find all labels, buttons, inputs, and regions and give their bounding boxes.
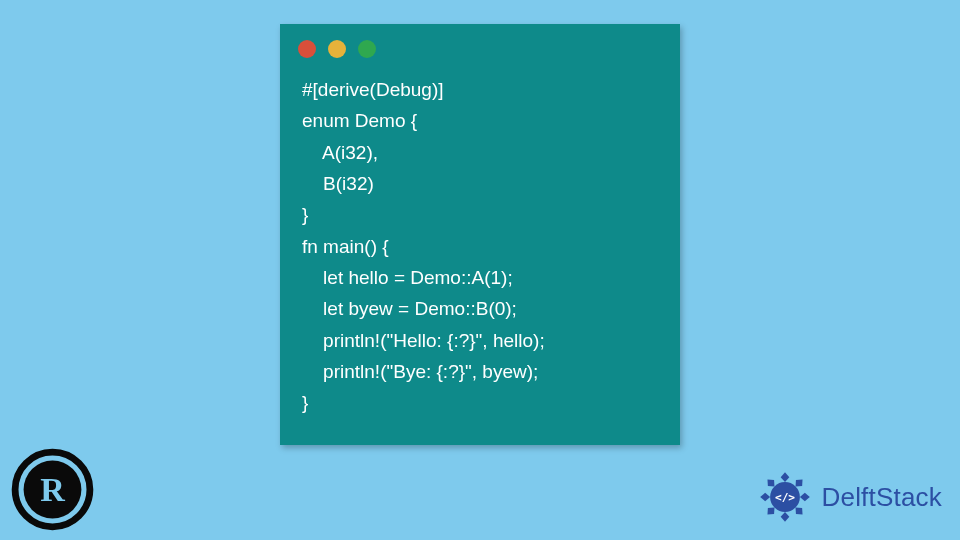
svg-point-5	[73, 516, 78, 521]
svg-point-25	[73, 458, 78, 463]
svg-point-9	[41, 523, 46, 528]
svg-point-3	[83, 503, 88, 508]
svg-point-2	[86, 495, 91, 500]
svg-point-14	[13, 495, 18, 500]
svg-point-13	[16, 503, 21, 508]
svg-point-4	[79, 510, 84, 515]
window-titlebar	[280, 24, 680, 66]
svg-point-1	[87, 487, 92, 492]
svg-point-15	[12, 487, 17, 492]
svg-point-6	[66, 520, 71, 525]
svg-text:R: R	[40, 471, 65, 508]
rust-logo-icon: R	[10, 447, 95, 532]
svg-point-19	[26, 458, 31, 463]
svg-marker-33	[799, 493, 809, 502]
svg-point-16	[13, 478, 18, 483]
svg-point-18	[21, 463, 26, 468]
svg-point-11	[26, 516, 31, 521]
svg-point-21	[41, 450, 46, 455]
delftstack-brand: </> DelftStack	[754, 466, 943, 528]
svg-point-24	[66, 453, 71, 458]
svg-text:</>: </>	[774, 491, 794, 504]
svg-point-12	[21, 510, 26, 515]
svg-point-7	[58, 523, 63, 528]
close-dot-icon	[298, 40, 316, 58]
svg-point-20	[34, 453, 39, 458]
svg-marker-31	[780, 472, 789, 482]
svg-point-28	[86, 478, 91, 483]
svg-point-10	[34, 520, 39, 525]
svg-marker-35	[780, 512, 789, 522]
delftstack-text: DelftStack	[822, 482, 943, 513]
maximize-dot-icon	[358, 40, 376, 58]
code-window: #[derive(Debug)] enum Demo { A(i32), B(i…	[280, 24, 680, 445]
delftstack-logo-icon: </>	[754, 466, 816, 528]
svg-point-8	[50, 524, 55, 529]
minimize-dot-icon	[328, 40, 346, 58]
svg-point-27	[83, 471, 88, 476]
svg-point-22	[50, 449, 55, 454]
svg-point-17	[16, 471, 21, 476]
svg-point-26	[79, 463, 84, 468]
svg-point-23	[58, 450, 63, 455]
svg-marker-37	[760, 493, 770, 502]
code-block: #[derive(Debug)] enum Demo { A(i32), B(i…	[280, 66, 680, 429]
